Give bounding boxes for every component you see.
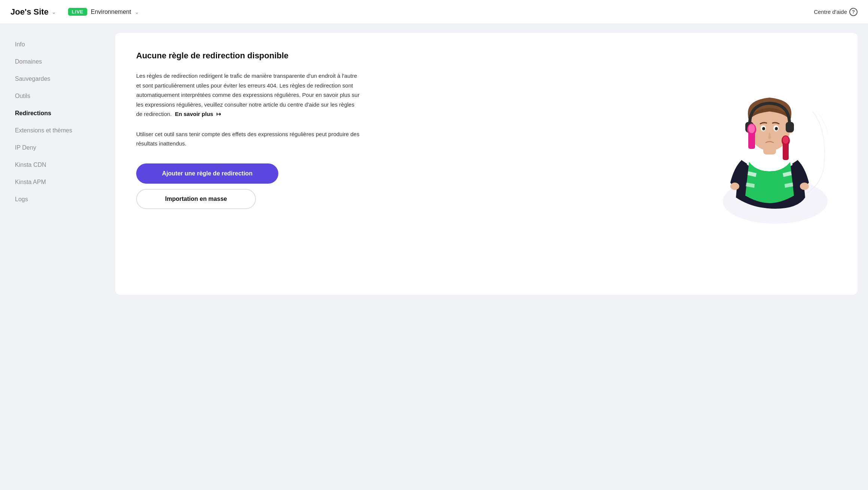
- svg-point-11: [763, 128, 765, 129]
- layout: Info Domaines Sauvegardes Outils Redirec…: [0, 24, 868, 490]
- learn-more-arrow-icon: ↦: [216, 109, 221, 119]
- description-text: Les règles de redirection redirigent le …: [136, 73, 360, 117]
- env-chevron-icon[interactable]: ⌄: [135, 9, 139, 15]
- content-card: Aucune règle de redirection disponible L…: [115, 33, 858, 295]
- illustration: [708, 55, 828, 227]
- card-description: Les règles de redirection redirigent le …: [136, 71, 361, 119]
- sidebar-item-info[interactable]: Info: [0, 36, 105, 53]
- sidebar-item-ip-deny[interactable]: IP Deny: [0, 139, 105, 156]
- add-redirect-rule-button[interactable]: Ajouter une règle de redirection: [136, 163, 278, 184]
- learn-more-link[interactable]: En savoir plus ↦: [175, 109, 221, 119]
- sidebar-item-logs[interactable]: Logs: [0, 191, 105, 208]
- svg-rect-6: [786, 122, 794, 132]
- card-title: Aucune règle de redirection disponible: [136, 51, 361, 61]
- env-group: LIVE Environnement ⌄: [68, 8, 140, 16]
- site-title[interactable]: Joe's Site: [10, 7, 49, 17]
- sidebar-item-outils[interactable]: Outils: [0, 88, 105, 105]
- header-right: Centre d'aide ?: [814, 8, 858, 16]
- sidebar-item-redirections[interactable]: Redirections: [0, 105, 105, 122]
- sidebar-item-sauvegardes[interactable]: Sauvegardes: [0, 70, 105, 88]
- bulk-import-button[interactable]: Importation en masse: [136, 189, 256, 209]
- header-left: Joe's Site ⌄ LIVE Environnement ⌄: [10, 7, 814, 17]
- svg-point-13: [730, 183, 739, 190]
- sidebar: Info Domaines Sauvegardes Outils Redirec…: [0, 24, 105, 490]
- svg-point-14: [800, 183, 809, 190]
- help-link[interactable]: Centre d'aide ?: [814, 8, 858, 16]
- sidebar-item-kinsta-apm[interactable]: Kinsta APM: [0, 174, 105, 191]
- svg-point-12: [776, 128, 777, 129]
- sidebar-item-extensions-themes[interactable]: Extensions et thèmes: [0, 122, 105, 139]
- site-chevron-icon[interactable]: ⌄: [52, 9, 56, 15]
- main-content: Aucune règle de redirection disponible L…: [105, 24, 868, 490]
- help-link-label: Centre d'aide: [814, 9, 847, 15]
- live-badge: LIVE: [68, 8, 87, 16]
- header: Joe's Site ⌄ LIVE Environnement ⌄ Centre…: [0, 0, 868, 24]
- learn-more-label: En savoir plus: [175, 109, 213, 119]
- sidebar-item-domaines[interactable]: Domaines: [0, 53, 105, 70]
- question-icon: ?: [849, 8, 858, 16]
- svg-point-20: [783, 136, 789, 144]
- card-note: Utiliser cet outil sans tenir compte des…: [136, 129, 361, 148]
- env-label: Environnement: [91, 9, 131, 15]
- card-body: Aucune règle de redirection disponible L…: [136, 51, 361, 209]
- sidebar-item-kinsta-cdn[interactable]: Kinsta CDN: [0, 156, 105, 174]
- svg-point-17: [748, 124, 755, 133]
